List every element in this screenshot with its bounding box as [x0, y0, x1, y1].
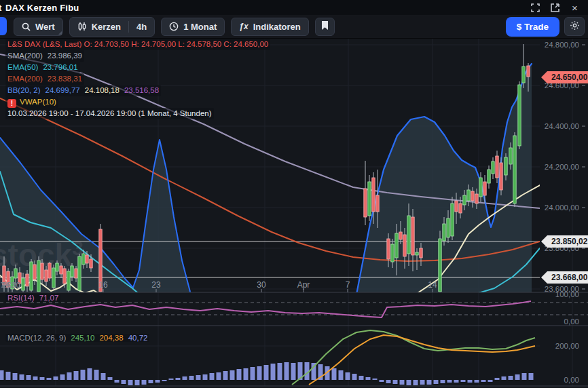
- axis-label: 14: [1, 281, 10, 289]
- search-icon: [22, 22, 31, 31]
- window-title: DAX Kerzen Fibu: [5, 3, 79, 13]
- last-price-tag[interactable]: 24.650,00: [541, 71, 588, 83]
- clipped-button-fragment[interactable]: [0, 17, 7, 35]
- toolbar: Wert Kerzen 4h 1 Monat ƒx In: [0, 15, 588, 39]
- settings-button[interactable]: [564, 17, 585, 36]
- interval-button[interactable]: 4h: [129, 18, 154, 36]
- fib-price-tag[interactable]: 23.850,02: [541, 235, 588, 248]
- svg-text:23.850,02: 23.850,02: [551, 237, 588, 246]
- gear-icon: [570, 20, 580, 33]
- price-axis-label: 24.400,00: [545, 122, 579, 130]
- svg-text:24.650,00: 24.650,00: [551, 73, 588, 82]
- time-axis-label: Apr: [297, 280, 310, 290]
- time-axis-label: 23: [151, 280, 161, 290]
- chart-type-interval-group: Kerzen 4h: [69, 17, 155, 37]
- chart-window: stock324.800,0024.600,0024.400,0024.200,…: [0, 0, 588, 388]
- rsi-axis-label: 100,00: [555, 290, 579, 298]
- title-bar: t DAX Kerzen Fibu ×: [0, 0, 588, 15]
- fib-price-tag[interactable]: 23.668,00: [541, 271, 588, 284]
- bookmark-icon: [321, 21, 329, 32]
- popout-icon[interactable]: [550, 3, 560, 13]
- time-axis-label: 16: [98, 280, 108, 290]
- indicators-button[interactable]: ƒx Indikatoren: [231, 18, 308, 36]
- time-axis-label: 30: [257, 280, 266, 290]
- candlestick-icon: [77, 22, 87, 31]
- price-chart[interactable]: stock324.800,0024.600,0024.400,0024.200,…: [0, 0, 588, 388]
- fx-icon: ƒx: [239, 22, 248, 31]
- chart-type-button[interactable]: Kerzen: [70, 18, 128, 36]
- clock-icon: [169, 22, 179, 31]
- time-axis-label: 14: [428, 280, 437, 290]
- symbol-search-button[interactable]: Wert: [14, 18, 63, 36]
- price-axis-label: 24.200,00: [545, 163, 579, 171]
- fullscreen-icon[interactable]: [530, 3, 540, 13]
- price-axis-label: 24.000,00: [545, 203, 579, 212]
- macd-axis-label: 200,00: [555, 342, 579, 350]
- title-fragment: t: [0, 3, 4, 13]
- axis-label: 30: [12, 281, 20, 289]
- time-axis-label: 7: [346, 280, 350, 290]
- close-icon[interactable]: ×: [570, 3, 580, 13]
- price-axis-label: 24.800,00: [545, 41, 579, 49]
- svg-text:23.668,00: 23.668,00: [551, 273, 588, 282]
- bookmark-button[interactable]: [315, 18, 335, 36]
- range-button[interactable]: 1 Monat: [161, 18, 225, 36]
- rsi-axis-label: 0,00: [564, 317, 579, 326]
- trade-button[interactable]: $ Trade: [506, 17, 559, 37]
- macd-axis-label: 0,00: [564, 376, 579, 384]
